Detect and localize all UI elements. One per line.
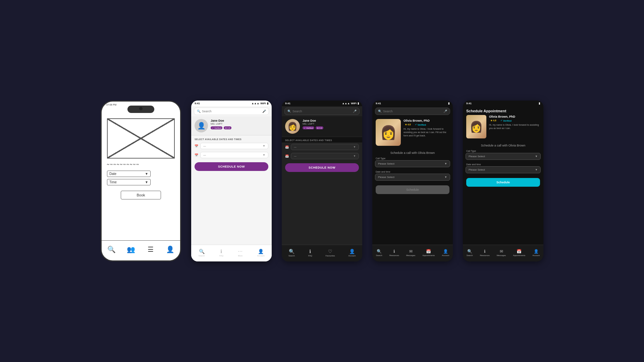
nav-resources-5[interactable]: ℹ Resources bbox=[480, 249, 490, 256]
nav-search-2[interactable]: 🔍 Search bbox=[199, 249, 205, 257]
status-time-5: 9:41 bbox=[466, 102, 472, 105]
time-chevron-3: ▼ bbox=[353, 155, 356, 158]
datetime-placeholder-4: Please Select bbox=[378, 176, 394, 179]
check-icon-2: ✓ bbox=[212, 127, 214, 129]
nav-account-4[interactable]: 👤 Account bbox=[442, 249, 449, 256]
search-input-3[interactable] bbox=[292, 110, 353, 113]
schedule-btn-4[interactable]: Schedule bbox=[376, 185, 449, 194]
call-type-select-5[interactable]: Please Select ▼ bbox=[466, 153, 541, 160]
nav-appts-5[interactable]: 📅 Appointments bbox=[513, 249, 526, 256]
datetime-placeholder-5: Please Select bbox=[469, 168, 485, 171]
call-type-select-4[interactable]: Please Select ▼ bbox=[375, 160, 450, 167]
provider-bio-4: Hi, my name is Olivia. I look forward to… bbox=[404, 127, 449, 137]
status-icons-2: ▲▲▲ WiFi ▮ bbox=[251, 102, 268, 105]
provider-info-4: Olivia Brown, PhD ★ 4.6 ✓ Verified Hi, m… bbox=[404, 119, 449, 146]
nav-resources-4[interactable]: ℹ Resources bbox=[389, 249, 399, 256]
nav-search-4[interactable]: 🔍 Search bbox=[376, 249, 382, 256]
status-time-3: 9:41 bbox=[285, 102, 290, 105]
date-val-2: --- bbox=[203, 144, 206, 147]
screens-container: 07:09 PM ~~~~~~~~~~ Date ▼ Time ▼ Book 🔍… bbox=[101, 101, 543, 261]
book-button-wf[interactable]: Book bbox=[121, 191, 161, 199]
nav-bar-3: 🔍 Search ℹ FAQ ♡ Favourites 👤 Account bbox=[282, 245, 362, 261]
mic-icon-2[interactable]: 🎤 bbox=[262, 110, 266, 113]
faq-nav-label-3: FAQ bbox=[308, 255, 312, 257]
time-label-wf: Time bbox=[109, 180, 117, 184]
messages-nav-label-5: Messages bbox=[497, 254, 506, 256]
provider-rating-row-4: ★ 4.6 ✓ Verified bbox=[404, 123, 449, 126]
nav-search-3[interactable]: 🔍 Search bbox=[288, 249, 295, 257]
nav-bar-4: 🔍 Search ℹ Resources ✉ Messages 📅 Appoin… bbox=[372, 245, 453, 261]
nav-favs-3[interactable]: ♡ Favourites bbox=[326, 249, 335, 257]
time-chevron-wf: ▼ bbox=[145, 180, 148, 184]
status-time-4: 9:41 bbox=[376, 102, 381, 105]
search-nav-label-3: Search bbox=[288, 255, 295, 257]
rating-badge-3: ★ 4.9 bbox=[316, 126, 323, 129]
status-bar-2: 9:41 ▲▲▲ WiFi ▮ bbox=[191, 101, 272, 106]
provider-info-2: Jane Doe MD, LMFT ✓ Verified ★ 4.9 bbox=[211, 119, 268, 129]
nav-appts-4[interactable]: 📅 Appointments bbox=[423, 249, 435, 256]
search-bar-2[interactable]: 🔍 🎤 bbox=[194, 108, 269, 115]
status-icons-3: ▲▲▲ WiFi ▮ bbox=[342, 102, 359, 105]
nav-messages-4[interactable]: ✉ Messages bbox=[406, 249, 415, 256]
date-row-2: 📅 --- ▼ bbox=[195, 143, 268, 149]
avatar-placeholder-icon: 👤 bbox=[197, 122, 206, 130]
schedule-btn-5[interactable]: Schedule bbox=[466, 178, 540, 187]
call-type-placeholder-5: Please Select bbox=[469, 155, 485, 158]
date-dropdown-2[interactable]: --- ▼ bbox=[200, 143, 268, 149]
search-icon-2: 🔍 bbox=[197, 110, 201, 113]
date-dropdown-3[interactable]: --- ▼ bbox=[291, 144, 359, 150]
verified-badge-3: ✓ Verified bbox=[303, 126, 314, 129]
account-nav-label-5: Account bbox=[533, 254, 540, 256]
search-input-2[interactable] bbox=[202, 110, 262, 113]
schedule-btn-3[interactable]: SCHEDULE NOW bbox=[285, 163, 359, 172]
nav-people-wf[interactable]: 👥 bbox=[126, 245, 136, 254]
time-chevron-2: ▼ bbox=[263, 154, 265, 157]
time-dropdown-3[interactable]: --- ▼ bbox=[291, 153, 359, 159]
time-dropdown-wf[interactable]: Time ▼ bbox=[107, 179, 151, 185]
nav-search-5[interactable]: 🔍 Search bbox=[467, 249, 473, 256]
mic-icon-4[interactable]: 🎤 bbox=[443, 110, 447, 113]
provider-title-2: MD, LMFT bbox=[211, 122, 268, 125]
provider-photo-4 bbox=[376, 119, 401, 146]
time-dropdown-2[interactable]: --- ▼ bbox=[200, 152, 268, 158]
search-nav-icon-2: 🔍 bbox=[199, 249, 205, 254]
nav-account-5[interactable]: 👤 Account bbox=[533, 249, 540, 256]
search-nav-icon-4: 🔍 bbox=[377, 249, 382, 254]
screen-wireframe: 07:09 PM ~~~~~~~~~~ Date ▼ Time ▼ Book 🔍… bbox=[101, 101, 181, 261]
battery-icon-3: ▮ bbox=[358, 102, 359, 105]
more-nav-icon-2: ⋯ bbox=[238, 249, 243, 254]
nav-account-3[interactable]: 👤 Account bbox=[348, 249, 356, 257]
nav-bar-5: 🔍 Search ℹ Resources ✉ Messages 📅 Appoin… bbox=[463, 245, 543, 261]
check-icon-3: ✓ bbox=[304, 127, 306, 129]
search-bar-3[interactable]: 🔍 🎤 bbox=[284, 108, 360, 115]
provider-photo-5 bbox=[466, 115, 486, 138]
provider-title-3: MD, LMFT bbox=[303, 122, 359, 125]
appt-header-5: Schedule Appointment Olivia Brown, PhD ★… bbox=[463, 106, 543, 141]
nav-person-wf[interactable]: 👤 bbox=[166, 245, 175, 254]
date-dropdown-wf[interactable]: Date ▼ bbox=[107, 171, 151, 177]
account-nav-label-3: Account bbox=[348, 255, 356, 257]
resources-nav-label-4: Resources bbox=[389, 254, 399, 256]
nav-list-wf[interactable]: ☰ bbox=[146, 245, 155, 254]
nav-faq-3[interactable]: ℹ FAQ bbox=[308, 249, 312, 257]
search-input-4[interactable] bbox=[383, 110, 443, 113]
mic-icon-3[interactable]: 🎤 bbox=[353, 110, 357, 113]
faq-nav-icon-3: ℹ bbox=[309, 249, 311, 254]
call-type-label-4: Call Type bbox=[372, 156, 453, 160]
account-nav-label-2: Account bbox=[257, 255, 265, 257]
battery-icon-4: ▮ bbox=[448, 102, 449, 105]
nav-more-2[interactable]: ⋯ More bbox=[238, 249, 243, 257]
nav-bar-wf: 🔍 👥 ☰ 👤 bbox=[102, 240, 180, 260]
datetime-select-5[interactable]: Please Select ▼ bbox=[466, 166, 541, 173]
datetime-select-4[interactable]: Please Select ▼ bbox=[375, 174, 450, 181]
schedule-btn-2[interactable]: SCHEDULE NOW bbox=[195, 162, 268, 171]
nav-search-wf[interactable]: 🔍 bbox=[107, 245, 116, 254]
messages-nav-label-4: Messages bbox=[406, 254, 415, 256]
datetime-chevron-5: ▼ bbox=[535, 168, 538, 171]
search-bar-4[interactable]: 🔍 🎤 bbox=[375, 108, 450, 115]
nav-faq-2[interactable]: ℹ FAQ bbox=[219, 249, 223, 257]
screen-3: 9:41 ▲▲▲ WiFi ▮ 🔍 🎤 👩 Jane Doe MD, LMFT bbox=[282, 101, 362, 261]
nav-account-2[interactable]: 👤 Account bbox=[257, 249, 265, 257]
appts-nav-label-4: Appointments bbox=[423, 254, 435, 256]
nav-messages-5[interactable]: ✉ Messages bbox=[497, 249, 506, 256]
